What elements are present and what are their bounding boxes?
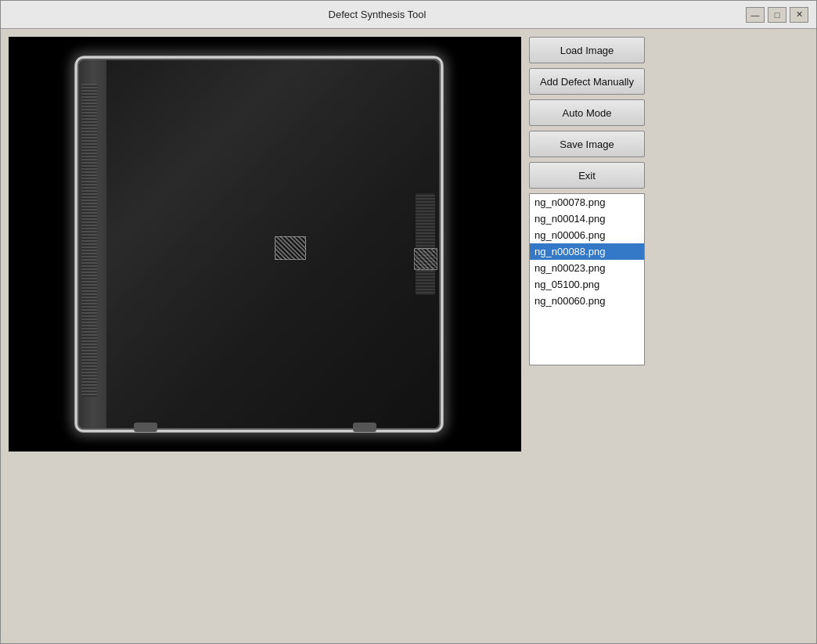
tower-body <box>79 60 439 428</box>
file-item-1[interactable]: ng_n00014.png <box>530 210 644 227</box>
window-title: Defect Synthesis Tool <box>9 9 746 20</box>
load-image-button[interactable]: Load Image <box>529 37 645 63</box>
file-item-0[interactable]: ng_n00078.png <box>530 194 644 210</box>
tower-feet-left <box>134 423 157 432</box>
minimize-button[interactable]: — <box>746 7 765 23</box>
maximize-button[interactable]: □ <box>768 7 786 23</box>
file-item-5[interactable]: ng_05100.png <box>530 276 644 293</box>
tower-mesh-left <box>81 84 97 397</box>
title-bar: Defect Synthesis Tool — □ ✕ <box>1 1 816 29</box>
controls-panel: Load Image Add Defect Manually Auto Mode… <box>529 37 654 635</box>
save-image-button[interactable]: Save Image <box>529 131 645 157</box>
defect-marker-1 <box>275 236 306 260</box>
close-button[interactable]: ✕ <box>790 7 808 23</box>
tower-mesh-right <box>416 193 435 295</box>
file-list[interactable]: ng_n00078.pngng_n00014.pngng_n00006.pngn… <box>529 193 645 365</box>
app-window: Defect Synthesis Tool — □ ✕ <box>0 0 817 644</box>
image-canvas <box>9 37 521 452</box>
exit-button[interactable]: Exit <box>529 162 645 189</box>
file-item-2[interactable]: ng_n00006.png <box>530 227 644 243</box>
tower-feet-right <box>353 423 376 432</box>
image-panel <box>9 37 521 452</box>
file-item-3[interactable]: ng_n00088.png <box>530 243 644 260</box>
file-item-4[interactable]: ng_n00023.png <box>530 260 644 276</box>
defect-marker-2 <box>414 248 437 270</box>
title-bar-controls: — □ ✕ <box>746 7 808 23</box>
file-item-6[interactable]: ng_n00060.png <box>530 293 644 309</box>
add-defect-button[interactable]: Add Defect Manually <box>529 68 645 95</box>
auto-mode-button[interactable]: Auto Mode <box>529 99 645 126</box>
main-content: Load Image Add Defect Manually Auto Mode… <box>1 29 816 643</box>
